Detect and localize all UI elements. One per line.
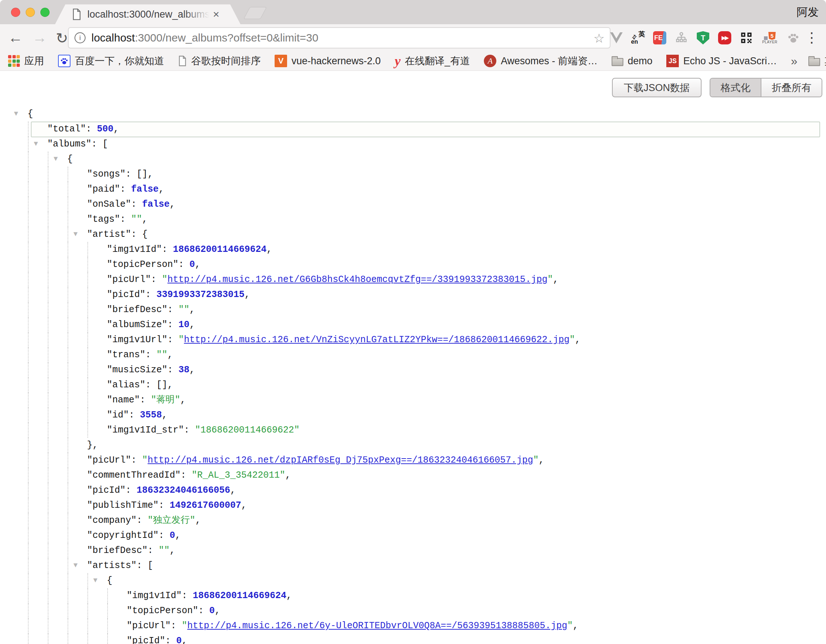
collapse-arrow-icon[interactable]: ▼ bbox=[54, 152, 57, 167]
indent-guide bbox=[28, 227, 29, 242]
json-url-link[interactable]: http://p4.music.126.net/6y-UleORITEDbvrO… bbox=[187, 621, 567, 631]
format-collapse-segmented-control: 格式化 折叠所有 bbox=[710, 78, 822, 97]
bookmark-label: vue-hackernews-2.0 bbox=[292, 56, 381, 67]
json-url-link[interactable]: http://p4.music.126.net/dzpIARf0sEg_Dj75… bbox=[148, 455, 533, 466]
row-highlight-box bbox=[31, 121, 820, 137]
json-line: "picUrl": "http://p4.music.126.net/6y-Ul… bbox=[0, 618, 826, 633]
collapse-arrow-icon[interactable]: ▼ bbox=[73, 558, 78, 573]
format-button[interactable]: 格式化 bbox=[710, 79, 761, 96]
paw-icon[interactable] bbox=[786, 31, 800, 45]
indent-guide bbox=[68, 167, 68, 182]
bookmark-item-demo[interactable]: demo bbox=[612, 56, 653, 67]
json-line: "publishTime": 1492617600007, bbox=[0, 498, 826, 513]
indent-guide bbox=[28, 287, 29, 302]
json-token: , bbox=[113, 124, 119, 134]
json-token: "briefDesc" bbox=[107, 304, 168, 315]
indent-guide bbox=[68, 302, 68, 317]
bookmark-item-youdao[interactable]: y 在线翻译_有道 bbox=[394, 54, 470, 68]
indent-guide bbox=[107, 618, 108, 633]
json-url-link[interactable]: http://p4.music.126.net/VnZiScyynLG7atLI… bbox=[184, 335, 570, 345]
fe-extension-icon[interactable]: FE bbox=[653, 31, 667, 45]
vue-devtools-icon[interactable] bbox=[609, 31, 623, 45]
indent-guide bbox=[48, 167, 48, 182]
json-token: 3391993372383015 bbox=[157, 289, 244, 300]
title-bar: localhost:3000/new_albums?o × 阿发 bbox=[0, 0, 826, 24]
echojs-icon: JS bbox=[666, 55, 679, 67]
indent-guide bbox=[87, 272, 88, 287]
minimize-window-button[interactable] bbox=[26, 8, 35, 17]
page-info-icon[interactable]: i bbox=[75, 32, 85, 43]
json-line: "commentThreadId": "R_AL_3_35422011", bbox=[0, 468, 826, 483]
bookmark-star-icon[interactable]: ☆ bbox=[594, 31, 605, 45]
json-token: , bbox=[189, 320, 195, 330]
json-line: "topicPerson": 0, bbox=[0, 603, 826, 618]
json-token: , bbox=[539, 455, 544, 466]
json-line: "total": 500, bbox=[0, 121, 826, 137]
bookmark-item-google-sort[interactable]: 谷歌按时间排序 bbox=[178, 54, 261, 68]
json-line: ▼{ bbox=[0, 107, 826, 121]
folder-icon bbox=[612, 58, 623, 66]
bookmarks-overflow-icon[interactable]: » bbox=[791, 54, 797, 68]
json-line: "copyrightId": 0, bbox=[0, 528, 826, 543]
indent-guide bbox=[87, 393, 88, 408]
indent-guide bbox=[28, 603, 29, 618]
indent-guide bbox=[28, 393, 29, 408]
json-url-link[interactable]: http://p4.music.126.net/G6Gb8hsCk4h8oemc… bbox=[168, 274, 547, 285]
json-token: : bbox=[140, 395, 151, 405]
indent-guide bbox=[68, 528, 68, 543]
download-json-button[interactable]: 下载JSON数据 bbox=[612, 78, 702, 97]
collapse-arrow-icon[interactable]: ▼ bbox=[34, 137, 38, 152]
tampermonkey-shield-icon[interactable]: T bbox=[696, 31, 710, 45]
bookmark-label: Awesomes - 前端资… bbox=[501, 54, 598, 68]
indent-guide bbox=[87, 317, 88, 332]
collapse-arrow-icon[interactable]: ▼ bbox=[73, 227, 78, 242]
indent-guide bbox=[28, 408, 29, 423]
indent-guide bbox=[28, 257, 29, 272]
bookmark-item-baidu[interactable]: 百度一下，你就知道 bbox=[58, 54, 164, 68]
json-line: "albumSize": 10, bbox=[0, 317, 826, 332]
indent-guide bbox=[48, 468, 48, 483]
profile-name[interactable]: 阿发 bbox=[796, 5, 819, 20]
translate-icon[interactable]: 英 ⇄ en bbox=[631, 31, 645, 45]
browser-menu-icon[interactable]: ⋮ bbox=[805, 29, 819, 45]
indent-guide bbox=[68, 242, 68, 257]
json-token: 38 bbox=[179, 365, 189, 375]
json-token: }, bbox=[87, 440, 98, 450]
json-token: : bbox=[120, 184, 131, 195]
json-token: , bbox=[169, 545, 175, 556]
new-tab-button[interactable] bbox=[244, 7, 267, 19]
qrcode-icon[interactable] bbox=[739, 31, 753, 45]
bookmark-item-echojs[interactable]: JS Echo JS - JavaScri… bbox=[666, 55, 777, 67]
json-token: : bbox=[158, 500, 169, 511]
indent-guide bbox=[48, 603, 48, 618]
back-icon[interactable]: ← bbox=[8, 29, 23, 46]
json-token: , bbox=[575, 335, 581, 345]
video-speed-icon[interactable]: ▶▶ bbox=[718, 31, 732, 45]
bookmark-item-apps[interactable]: 应用 bbox=[8, 54, 44, 68]
collapse-arrow-icon[interactable]: ▼ bbox=[93, 573, 97, 588]
indent-guide bbox=[68, 588, 68, 603]
json-token: "onSale" bbox=[87, 199, 131, 209]
json-token: , bbox=[175, 530, 181, 541]
json-line: ▼"artists": [ bbox=[0, 558, 826, 573]
tab-close-icon[interactable]: × bbox=[213, 9, 219, 20]
other-bookmarks[interactable]: 其他书签 bbox=[808, 54, 826, 68]
reload-icon[interactable]: ↻ bbox=[56, 29, 68, 47]
bookmark-item-vue-hackernews[interactable]: V vue-hackernews-2.0 bbox=[275, 55, 381, 67]
address-bar[interactable]: i localhost:3000/new_albums?offset=0&lim… bbox=[68, 27, 610, 48]
close-window-button[interactable] bbox=[11, 8, 20, 17]
collapse-arrow-icon[interactable]: ▼ bbox=[14, 107, 18, 121]
html5-player-icon[interactable]: 5 PLAYER bbox=[761, 31, 779, 45]
browser-tab[interactable]: localhost:3000/new_albums?o × bbox=[55, 5, 241, 24]
json-token: 18686200114669624 bbox=[193, 590, 286, 601]
bookmark-item-awesomes[interactable]: A Awesomes - 前端资… bbox=[484, 54, 598, 68]
indent-guide bbox=[68, 287, 68, 302]
json-token: "topicPerson" bbox=[127, 605, 198, 616]
indent-guide bbox=[28, 558, 29, 573]
indent-guide bbox=[68, 573, 68, 588]
page-favicon-icon bbox=[72, 8, 81, 20]
zoom-window-button[interactable] bbox=[40, 8, 50, 17]
collapse-all-button[interactable]: 折叠所有 bbox=[761, 79, 821, 96]
indent-guide bbox=[87, 377, 88, 393]
sitemap-icon[interactable] bbox=[674, 31, 688, 45]
